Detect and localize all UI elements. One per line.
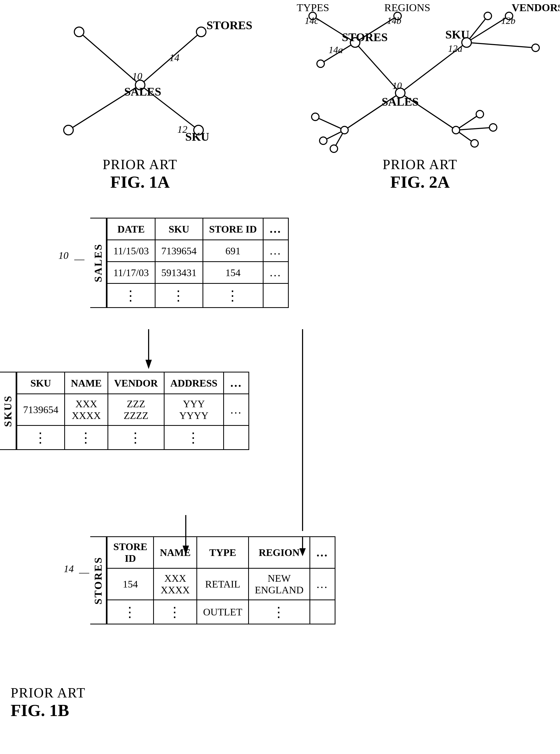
- sales-row2-storeid: 154: [203, 262, 263, 283]
- svg-text:12b: 12b: [501, 15, 515, 26]
- fig1a-fig-label: FIG. 1A: [102, 172, 177, 192]
- stores-rotated-label: STORES: [90, 536, 107, 624]
- svg-text:SKU: SKU: [185, 131, 209, 143]
- stores-ref-dash: —: [79, 566, 89, 578]
- skus-col-vendor: VENDOR: [108, 372, 164, 394]
- skus-row1-more: …: [224, 394, 249, 425]
- arrow-sales-to-skus: [138, 329, 159, 372]
- sales-table: DATE SKU STORE ID … 11/15/03 7139654 691…: [107, 218, 289, 308]
- svg-point-46: [452, 126, 460, 134]
- svg-text:VENDORS: VENDORS: [512, 2, 559, 14]
- sales-row-2: 11/17/03 5913431 154 …: [107, 262, 288, 283]
- svg-text:REGIONS: REGIONS: [384, 2, 430, 14]
- skus-dots-vendor: ⋮: [108, 425, 164, 450]
- sales-col-storeid: STORE ID: [203, 218, 263, 240]
- fig1a-area: STORES 14 SALES 10 SKU 12 PRIOR ART FIG.…: [0, 0, 280, 202]
- svg-point-38: [320, 137, 327, 144]
- svg-line-28: [456, 114, 480, 130]
- svg-text:SALES: SALES: [124, 85, 161, 98]
- svg-line-1: [79, 32, 140, 85]
- svg-line-29: [456, 127, 493, 130]
- skus-col-name: NAME: [65, 372, 108, 394]
- sales-row2-more: …: [263, 262, 288, 283]
- svg-point-40: [476, 111, 484, 118]
- stores-dots-region: ⋮: [248, 600, 310, 624]
- stores-col-name: NAME: [154, 537, 197, 569]
- skus-header-row: SKU NAME VENDOR ADDRESS …: [17, 372, 249, 394]
- svg-text:14c: 14c: [305, 15, 319, 26]
- stores-dots-more: [310, 600, 335, 624]
- svg-text:SALES: SALES: [382, 95, 419, 108]
- sales-row1-storeid: 691: [203, 240, 263, 262]
- sales-header-row: DATE SKU STORE ID …: [107, 218, 288, 240]
- fig1a-diagram: STORES 14 SALES 10 SKU 12: [21, 0, 260, 154]
- svg-text:10: 10: [132, 71, 142, 82]
- sales-dots-sku: ⋮: [155, 283, 203, 308]
- stores-table-with-label: STORES STOREID NAME TYPE REGION … 1: [90, 536, 336, 624]
- sales-col-sku: SKU: [155, 218, 203, 240]
- stores-table: STOREID NAME TYPE REGION … 154 XXXXXXX R…: [107, 536, 336, 624]
- fig2a-prior-art-label: PRIOR ART: [382, 157, 457, 172]
- fig2a-area: TYPES 14c REGIONS 14b STORES 14a SKU 12a…: [280, 0, 560, 202]
- skus-dots-sku: ⋮: [17, 425, 65, 450]
- stores-col-region: REGION: [248, 537, 310, 569]
- svg-point-5: [74, 27, 84, 37]
- stores-row-1: 154 XXXXXXX RETAIL NEWENGLAND …: [107, 569, 335, 600]
- stores-ref-label: 14: [64, 563, 74, 575]
- top-figures: STORES 14 SALES 10 SKU 12 PRIOR ART FIG.…: [0, 0, 560, 202]
- skus-table-wrapper: 12 — SKUS SKU NAME VENDOR ADDRESS …: [0, 372, 249, 450]
- stores-row1-region: NEWENGLAND: [248, 569, 310, 600]
- stores-header-row: STOREID NAME TYPE REGION …: [107, 537, 335, 569]
- skus-dots-more: [224, 425, 249, 450]
- sales-ref-dash: —: [74, 253, 84, 265]
- sales-row2-date: 11/17/03: [107, 262, 155, 283]
- skus-col-more: …: [224, 372, 249, 394]
- line-sales-to-stores: [292, 329, 313, 536]
- svg-text:SKU: SKU: [445, 28, 469, 41]
- fig2a-caption: PRIOR ART FIG. 2A: [382, 157, 457, 192]
- svg-point-37: [312, 113, 319, 121]
- svg-point-7: [64, 125, 73, 135]
- sales-col-date: DATE: [107, 218, 155, 240]
- sales-dots-more: [263, 283, 288, 308]
- svg-point-35: [532, 44, 539, 52]
- sales-row2-sku: 5913431: [155, 262, 203, 283]
- svg-line-23: [466, 42, 536, 48]
- svg-text:STORES: STORES: [342, 31, 388, 44]
- svg-text:12a: 12a: [448, 43, 462, 54]
- svg-text:14: 14: [169, 52, 179, 63]
- fig1b-prior-art-label: PRIOR ART: [11, 685, 85, 701]
- skus-rotated-label: SKUS: [0, 372, 17, 450]
- svg-point-4: [196, 27, 206, 37]
- skus-table-with-label: SKUS SKU NAME VENDOR ADDRESS … 7139: [0, 372, 249, 450]
- sales-table-with-label: SALES DATE SKU STORE ID … 11/15/03: [90, 218, 289, 308]
- sales-row1-date: 11/15/03: [107, 240, 155, 262]
- sales-rotated-label: SALES: [90, 218, 107, 308]
- svg-point-39: [330, 145, 338, 152]
- fig1b-caption: PRIOR ART FIG. 1B: [11, 685, 85, 720]
- skus-row1-address: YYYYYYY: [164, 394, 223, 425]
- svg-text:10: 10: [392, 80, 402, 91]
- fig1b-fig-label: FIG. 1B: [11, 701, 85, 720]
- stores-row1-type: RETAIL: [197, 569, 249, 600]
- skus-row1-sku: 7139654: [17, 394, 65, 425]
- sales-dots-date: ⋮: [107, 283, 155, 308]
- svg-text:STORES: STORES: [206, 19, 253, 32]
- sales-row-dots: ⋮ ⋮ ⋮: [107, 283, 288, 308]
- skus-dots-name: ⋮: [65, 425, 108, 450]
- svg-text:12: 12: [177, 124, 187, 135]
- svg-marker-61: [145, 360, 152, 369]
- stores-row1-storeid: 154: [107, 569, 154, 600]
- fig1a-prior-art-label: PRIOR ART: [102, 157, 177, 172]
- skus-row-1: 7139654 XXXXXXX ZZZZZZZ YYYYYYY …: [17, 394, 249, 425]
- stores-row1-more: …: [310, 569, 335, 600]
- svg-point-33: [317, 60, 324, 67]
- sales-row-1: 11/15/03 7139654 691 …: [107, 240, 288, 262]
- skus-row-dots: ⋮ ⋮ ⋮ ⋮: [17, 425, 249, 450]
- stores-col-storeid: STOREID: [107, 537, 154, 569]
- stores-col-more: …: [310, 537, 335, 569]
- skus-col-address: ADDRESS: [164, 372, 223, 394]
- fig2a-diagram: TYPES 14c REGIONS 14b STORES 14a SKU 12a…: [281, 0, 559, 154]
- stores-dots-name: ⋮: [154, 600, 197, 624]
- svg-point-41: [489, 124, 497, 131]
